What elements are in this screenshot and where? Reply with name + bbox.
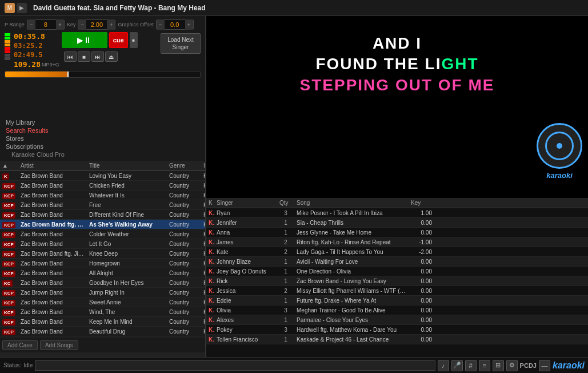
- row-badge: KCP: [0, 211, 18, 219]
- library-row[interactable]: KCP Zac Brown Band Wind, The Country Kar…: [0, 307, 205, 317]
- queue-singer: Alexes: [214, 316, 277, 324]
- p-range-decrement[interactable]: −: [27, 19, 35, 30]
- queue-singer: Jennifer: [214, 219, 277, 227]
- library-row[interactable]: KCP Zac Brown Band Colder Weather Countr…: [0, 229, 205, 239]
- row-incase: Karaoke Cl: [201, 192, 205, 199]
- row-badge: KCP: [0, 201, 18, 209]
- library-row[interactable]: KCP Zac Brown Band Free Country Karaoke …: [0, 200, 205, 210]
- lyrics-line-3: STEPPING OUT OF ME: [300, 75, 495, 96]
- library-row[interactable]: KCP Zac Brown Band Sweet Annie Country K…: [0, 297, 205, 307]
- row-artist: Zac Brown Band: [18, 211, 87, 219]
- queue-row[interactable]: K Alexes 1 Parmalee - Close Your Eyes 0.…: [206, 315, 588, 325]
- add-case-button[interactable]: Add Case: [2, 340, 38, 350]
- row-badge: KCP: [0, 328, 18, 335]
- nav-subscriptions[interactable]: Subscriptions: [3, 142, 202, 150]
- library-row[interactable]: KCP Zac Brown Band All Alright Country K…: [0, 268, 205, 278]
- library-row[interactable]: KCP Zac Brown Band ftg. Jimmy ... Knee D…: [0, 249, 205, 259]
- queue-row[interactable]: K James 2 Riton ftg. Kah-Lo - Rinse And …: [206, 237, 588, 247]
- row-title: All Alright: [87, 269, 167, 277]
- queue-row[interactable]: K Ryan 3 Mike Posner - I Took A Pill In …: [206, 208, 588, 218]
- key-val: 2.00: [86, 21, 107, 28]
- stop-btn[interactable]: ■: [78, 51, 90, 62]
- queue-row[interactable]: K Anna 1 Jess Glynne - Take Me Home 0.00: [206, 228, 588, 237]
- row-artist: Zac Brown Band: [18, 328, 87, 335]
- list-icon-btn[interactable]: ≡: [479, 360, 490, 371]
- graphics-offset-decrement[interactable]: −: [157, 19, 165, 30]
- p-range-spinner[interactable]: − 8 +: [27, 19, 65, 30]
- row-badge: KCP: [0, 299, 18, 306]
- stop-button[interactable]: ■: [130, 32, 138, 48]
- forward-button[interactable]: ⏭: [91, 51, 104, 62]
- row-genre: Country: [167, 192, 201, 199]
- queue-song: Future ftg. Drake - Where Ya At: [294, 297, 409, 304]
- m-button[interactable]: M: [5, 3, 15, 13]
- music-icon-btn[interactable]: ♪: [438, 360, 449, 371]
- key-increment[interactable]: +: [107, 19, 115, 30]
- queue-row[interactable]: K Jessica 2 Missy Elliott ftg Pharrell W…: [206, 286, 588, 296]
- row-title: Colder Weather: [87, 231, 167, 238]
- minimize-button[interactable]: —: [539, 360, 550, 371]
- queue-row[interactable]: K Kate 2 Lady Gaga - Til It Happens To Y…: [206, 247, 588, 257]
- queue-row[interactable]: K Pokey 3 Hardwell ftg. Matthew Koma - D…: [206, 325, 588, 335]
- queue-table-body: K Ryan 3 Mike Posner - I Took A Pill In …: [206, 208, 588, 357]
- queue-row[interactable]: K Johnny Blaze 1 Avicii - Waiting For Lo…: [206, 257, 588, 267]
- time-remaining: 02:49.5: [14, 51, 51, 59]
- play-mini-button[interactable]: ▶: [17, 3, 27, 13]
- waveform-area[interactable]: [5, 71, 201, 78]
- row-genre: Country: [167, 269, 201, 277]
- library-row[interactable]: KCP Zac Brown Band Let It Go Country Kar…: [0, 239, 205, 249]
- queue-row[interactable]: K Olivia 3 Meghan Trainor - Good To Be A…: [206, 305, 588, 315]
- library-row[interactable]: KCP Zac Brown Band Homegrown Country Kar…: [0, 259, 205, 268]
- library-row[interactable]: KCP Zac Brown Band Keep Me In Mind Count…: [0, 317, 205, 327]
- library-row[interactable]: KCP Zac Brown Band Chicken Fried Country…: [0, 181, 205, 191]
- queue-qty: 3: [277, 307, 294, 314]
- nav-karaoke-cloud[interactable]: Karaoke Cloud Pro: [3, 150, 202, 158]
- add-songs-button[interactable]: Add Songs: [40, 340, 78, 350]
- queue-icon-btn[interactable]: ⊞: [493, 360, 504, 371]
- hash-icon-btn[interactable]: #: [465, 360, 477, 371]
- graphics-offset-spinner[interactable]: − 0.0 +: [156, 19, 194, 30]
- key-decrement[interactable]: −: [78, 19, 86, 30]
- library-row[interactable]: KCP Zac Brown Band Different Kind Of Fin…: [0, 210, 205, 220]
- cue-button[interactable]: cue: [109, 32, 128, 48]
- library-row[interactable]: KC Zac Brown Band Goodbye In Her Eyes Co…: [0, 278, 205, 288]
- library-row[interactable]: KCP Zac Brown Band Jump Right In Country…: [0, 288, 205, 297]
- settings-icon-btn[interactable]: ⚙: [506, 360, 518, 371]
- load-next-singer-button[interactable]: Load Next Singer: [161, 33, 201, 54]
- rewind-button[interactable]: ⏮: [64, 51, 77, 62]
- queue-qty: 1: [277, 219, 294, 227]
- vu-seg-7: [5, 54, 10, 57]
- eject-button[interactable]: ⏏: [105, 51, 118, 62]
- queue-row[interactable]: K Eddie 1 Future ftg. Drake - Where Ya A…: [206, 296, 588, 305]
- nav-stores[interactable]: Stores: [3, 134, 202, 142]
- play-pause-button[interactable]: ▶⏸: [62, 32, 107, 48]
- library-table: ▲ Artist Title Genre In Case K Zac Brown…: [0, 161, 205, 338]
- library-row[interactable]: K Zac Brown Band Loving You Easy Country…: [0, 171, 205, 181]
- queue-row[interactable]: K Joey Bag O Donuts 1 One Direction - Ol…: [206, 267, 588, 276]
- queue-key: 0.00: [409, 268, 434, 275]
- key-spinner[interactable]: − 2.00 +: [78, 19, 115, 30]
- time-elapsed: 00:35.8: [14, 32, 51, 41]
- queue-row[interactable]: K Tollen Francisco 1 Kaskade & Project 4…: [206, 335, 588, 344]
- library-row[interactable]: KCP Zac Brown Band ftg. Alan Ja... As Sh…: [0, 220, 205, 229]
- nav-search-results[interactable]: Search Results: [3, 126, 202, 134]
- search-input[interactable]: [35, 360, 435, 371]
- queue-qty: 1: [277, 297, 294, 304]
- p-range-increment[interactable]: +: [56, 19, 64, 30]
- row-title: Free: [87, 201, 167, 209]
- row-title: Loving You Easy: [87, 172, 167, 180]
- row-genre: Country: [167, 182, 201, 189]
- queue-k: K: [206, 336, 214, 343]
- vu-seg-1: [5, 33, 10, 36]
- library-row[interactable]: KCP Zac Brown Band Beautiful Drug Countr…: [0, 327, 205, 336]
- row-badge: KCP: [0, 250, 18, 257]
- library-hscroll[interactable]: [0, 352, 205, 357]
- vu-seg-6: [5, 50, 10, 53]
- nav-my-library[interactable]: My Library: [3, 118, 202, 126]
- queue-row[interactable]: K Jennifer 1 Sia - Cheap Thrills 0.00: [206, 218, 588, 228]
- mic-icon-btn[interactable]: 🎤: [451, 360, 463, 371]
- row-genre: Country: [167, 260, 201, 267]
- library-row[interactable]: KCP Zac Brown Band Whatever It Is Countr…: [0, 191, 205, 200]
- graphics-offset-increment[interactable]: +: [185, 19, 193, 30]
- queue-row[interactable]: K Rick 1 Zac Brown Band - Loving You Eas…: [206, 276, 588, 286]
